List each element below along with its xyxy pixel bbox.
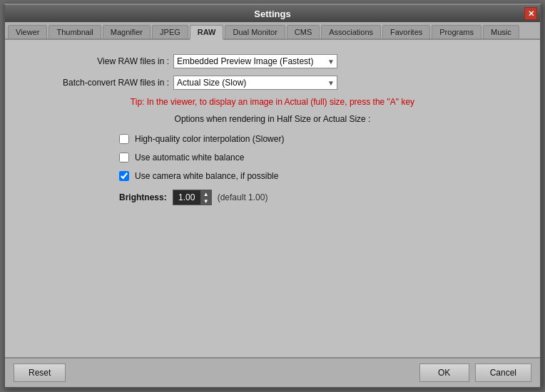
tab-programs[interactable]: Programs — [432, 25, 482, 38]
cancel-button[interactable]: Cancel — [475, 363, 531, 382]
tab-magnifier[interactable]: Magnifier — [103, 25, 151, 38]
content-area: View RAW files in : Embedded Preview Ima… — [5, 40, 540, 357]
settings-window: Settings ✕ Viewer Thumbnail Magnifier JP… — [4, 4, 541, 388]
tab-raw[interactable]: RAW — [190, 25, 224, 40]
tab-thumbnail[interactable]: Thumbnail — [49, 25, 101, 38]
checkbox1-label: High-quality color interpolation (Slower… — [135, 134, 284, 144]
reset-button[interactable]: Reset — [14, 363, 66, 382]
batch-convert-select[interactable]: Actual Size (Slow) — [173, 76, 337, 90]
checkbox3-label: Use camera white balance, if possible — [135, 171, 278, 181]
checkbox1-row: High-quality color interpolation (Slower… — [119, 134, 519, 144]
title-bar: Settings ✕ — [5, 5, 540, 22]
options-label: Options when rendering in Half Size or A… — [26, 114, 519, 124]
checkbox2-label: Use automatic white balance — [135, 153, 244, 163]
checkbox3-row: Use camera white balance, if possible — [119, 171, 519, 181]
brightness-down-button[interactable]: ▼ — [201, 197, 211, 205]
view-raw-select[interactable]: Embedded Preview Image (Fastest) — [173, 54, 337, 68]
tab-viewer[interactable]: Viewer — [8, 25, 47, 38]
brightness-input-wrapper: ▲ ▼ — [173, 190, 212, 205]
tab-jpeg[interactable]: JPEG — [152, 25, 188, 38]
brightness-input[interactable] — [173, 191, 200, 204]
view-raw-select-wrapper: Embedded Preview Image (Fastest) — [173, 54, 337, 68]
tab-associations[interactable]: Associations — [321, 25, 381, 38]
footer: Reset OK Cancel — [5, 357, 540, 387]
brightness-label: Brightness: — [119, 192, 167, 202]
tab-music[interactable]: Music — [483, 25, 519, 38]
tabs-bar: Viewer Thumbnail Magnifier JPEG RAW Dual… — [5, 22, 540, 40]
checkbox2-row: Use automatic white balance — [119, 153, 519, 163]
brightness-row: Brightness: ▲ ▼ (default 1.00) — [119, 190, 519, 205]
tab-favorites[interactable]: Favorites — [382, 25, 430, 38]
batch-convert-label: Batch-convert RAW files in : — [26, 78, 169, 88]
close-button[interactable]: ✕ — [524, 7, 537, 20]
footer-right: OK Cancel — [419, 363, 531, 382]
brightness-default: (default 1.00) — [218, 192, 268, 202]
tip-text: Tip: In the viewer, to display an image … — [26, 97, 519, 107]
brightness-spinner: ▲ ▼ — [200, 190, 211, 205]
tab-dual-monitor[interactable]: Dual Monitor — [225, 25, 285, 38]
footer-left: Reset — [14, 363, 419, 382]
batch-convert-select-wrapper: Actual Size (Slow) — [173, 76, 337, 90]
view-raw-label: View RAW files in : — [26, 56, 169, 66]
batch-convert-row: Batch-convert RAW files in : Actual Size… — [26, 76, 519, 90]
tab-cms[interactable]: CMS — [287, 25, 320, 38]
view-raw-row: View RAW files in : Embedded Preview Ima… — [26, 54, 519, 68]
window-title: Settings — [254, 9, 290, 19]
ok-button[interactable]: OK — [419, 363, 469, 382]
checkbox-camera-white-balance[interactable] — [119, 171, 129, 181]
checkbox-auto-white-balance[interactable] — [119, 153, 129, 163]
brightness-up-button[interactable]: ▲ — [201, 190, 211, 197]
checkbox-high-quality[interactable] — [119, 134, 129, 144]
